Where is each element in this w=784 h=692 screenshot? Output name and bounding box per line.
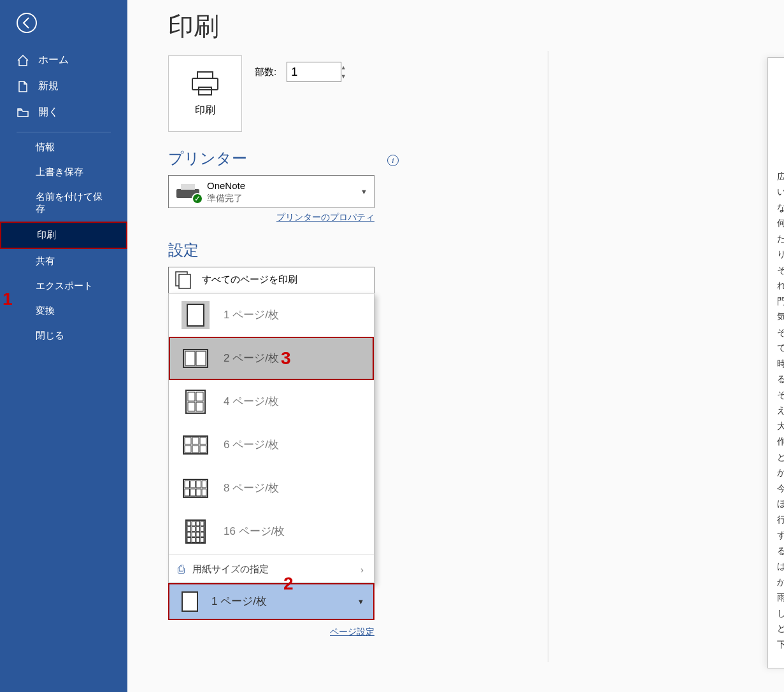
preview-text-line: 雨は、: [777, 590, 784, 606]
layout-2-icon: [182, 344, 210, 372]
sidebar-item-info[interactable]: 情報: [0, 135, 127, 160]
svg-rect-15: [188, 402, 195, 411]
printer-status: 準備完了: [207, 192, 245, 204]
menu-item-2-per-sheet[interactable]: 2 ページ/枚: [169, 337, 374, 380]
chevron-down-icon: ▼: [360, 188, 367, 195]
svg-rect-19: [192, 437, 199, 444]
sidebar-label: 情報: [36, 141, 55, 153]
backstage-main: 印刷 印刷 部数: ▲ ▼ プリンター i: [127, 0, 784, 692]
svg-rect-47: [192, 537, 196, 542]
printer-dropdown[interactable]: ✓ OneNote 準備完了 ▼: [168, 175, 374, 208]
menu-label: 1 ページ/枚: [224, 307, 279, 322]
preview-text-line: 時には、: [777, 357, 784, 372]
copies-spin-up[interactable]: ▲: [338, 63, 349, 72]
sidebar-item-share[interactable]: 共有: [0, 249, 127, 274]
preview-text-line: 気味を悪: [777, 309, 784, 325]
copies-label: 部数:: [255, 66, 276, 78]
menu-item-16-per-sheet[interactable]: 16 ページ/枚: [169, 510, 374, 553]
ruler-icon: ⎙: [178, 563, 185, 576]
svg-rect-14: [196, 392, 203, 401]
preview-text-line: そうして: [777, 388, 784, 404]
layout-8-icon: [182, 474, 210, 502]
preview-text-line: 下か、道: [777, 637, 784, 653]
svg-rect-16: [196, 402, 203, 411]
page-title: 印刷: [127, 0, 784, 55]
sidebar-item-open[interactable]: 開く: [0, 99, 127, 125]
svg-rect-50: [182, 592, 197, 611]
print-range-dropdown[interactable]: すべてのページを印刷: [168, 267, 374, 293]
pages-per-sheet-value: 1 ページ/枚: [211, 594, 267, 609]
sidebar-item-transform[interactable]: 変換: [0, 299, 127, 323]
sidebar-item-export[interactable]: エクスポート: [0, 274, 127, 299]
svg-rect-30: [190, 489, 196, 496]
menu-label: 16 ページ/枚: [224, 524, 285, 539]
svg-rect-40: [196, 526, 200, 531]
sidebar-item-save[interactable]: 上書き保存: [0, 160, 127, 185]
svg-rect-8: [187, 304, 204, 326]
sidebar-item-close[interactable]: 閉じる: [0, 323, 127, 348]
status-ready-icon: ✓: [192, 193, 203, 204]
preview-text-line: いる。羅: [777, 185, 784, 201]
svg-rect-39: [192, 526, 196, 531]
svg-rect-2: [192, 78, 218, 90]
page-setup-link[interactable]: ページ設定: [168, 626, 374, 638]
svg-rect-25: [185, 481, 190, 488]
sidebar-item-home[interactable]: ホーム: [0, 47, 127, 73]
info-icon[interactable]: i: [387, 155, 399, 166]
preview-text-line: える。下: [777, 403, 784, 419]
svg-rect-41: [201, 526, 204, 531]
svg-rect-32: [202, 489, 206, 496]
svg-rect-43: [192, 532, 196, 537]
svg-rect-44: [196, 532, 200, 537]
layout-16-icon: [182, 518, 210, 546]
sidebar-label: 閉じる: [36, 330, 64, 342]
menu-item-6-per-sheet[interactable]: 6 ページ/枚: [169, 423, 374, 467]
preview-text-line: 何故か: [777, 216, 784, 232]
menu-separator: [169, 554, 374, 555]
svg-point-0: [17, 13, 36, 32]
copies-input[interactable]: [287, 62, 341, 82]
preview-text-line: その始末: [777, 263, 784, 279]
sidebar-label: 上書き保存: [36, 166, 83, 178]
menu-label: 6 ページ/枚: [224, 437, 279, 452]
menu-item-4-per-sheet[interactable]: 4 ページ/枚: [169, 380, 374, 423]
sidebar-label: 共有: [36, 255, 55, 267]
menu-item-paper-size[interactable]: ⎙ 用紙サイズの指定 ›: [169, 556, 374, 583]
svg-rect-22: [192, 446, 199, 453]
svg-rect-1: [197, 72, 213, 78]
preview-text-line: から朱雀: [777, 575, 784, 591]
print-button[interactable]: 印刷: [168, 55, 242, 132]
svg-rect-10: [185, 351, 195, 365]
pages-per-sheet-dropdown[interactable]: 1 ページ/枚 ▼: [168, 583, 374, 620]
menu-label: 8 ページ/枚: [224, 481, 279, 495]
preview-text-line: 大きなを: [777, 419, 784, 435]
backstage-sidebar: ホーム 新規 開く 情報 上書き保存 名前を付けて保存 印刷 共有 エクスポート…: [0, 0, 127, 692]
menu-item-8-per-sheet[interactable]: 8 ページ/枚: [169, 467, 374, 510]
sidebar-divider: [17, 132, 111, 132]
printer-device-icon: ✓: [175, 183, 201, 201]
printer-section-heading: プリンター: [168, 148, 247, 169]
svg-rect-13: [188, 392, 195, 401]
svg-rect-45: [201, 532, 204, 537]
copies-spin-down[interactable]: ▼: [338, 72, 349, 81]
svg-rect-46: [187, 537, 191, 542]
printer-icon: [191, 71, 219, 96]
print-button-label: 印刷: [195, 104, 215, 117]
menu-label: 2 ページ/枚: [224, 351, 279, 365]
preview-text-line: 作者は: [777, 434, 784, 450]
layout-4-icon: [182, 388, 210, 416]
svg-rect-35: [192, 521, 196, 526]
sidebar-item-new[interactable]: 新規: [0, 73, 127, 99]
sidebar-item-print[interactable]: 印刷: [0, 222, 127, 249]
menu-item-1-per-sheet[interactable]: 1 ページ/枚: [169, 293, 374, 337]
sidebar-item-save-as[interactable]: 名前を付けて保存: [0, 185, 127, 222]
svg-rect-27: [196, 481, 201, 488]
back-button[interactable]: [11, 8, 42, 38]
svg-rect-49: [201, 537, 204, 542]
printer-properties-link[interactable]: プリンターのプロパティ: [168, 212, 374, 223]
menu-label: 4 ページ/枚: [224, 394, 279, 409]
preview-text-line: 今この下: [777, 481, 784, 497]
svg-rect-20: [200, 437, 206, 444]
preview-text-line: ばどうに: [777, 559, 784, 575]
pages-per-sheet-menu: 1 ページ/枚 2 ページ/枚 4 ページ/枚 6 ページ/枚: [168, 293, 374, 583]
